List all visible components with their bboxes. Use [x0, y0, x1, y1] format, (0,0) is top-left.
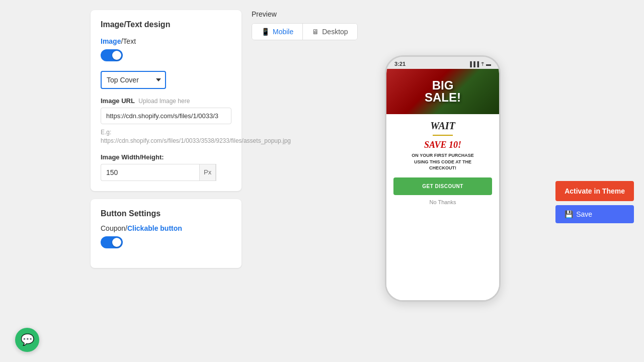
big-text-line1: BIG: [425, 79, 461, 92]
px-label: Px: [199, 164, 216, 181]
width-height-input[interactable]: [101, 164, 199, 181]
tab-desktop-label: Desktop: [322, 28, 348, 36]
phone-mockup-wrapper: 3:21 ▐▐▐ ⍑ ▬ BIG SALE!: [252, 50, 634, 302]
coupon-label: Coupon/Clickable button: [101, 224, 231, 232]
sidebar: [0, 0, 80, 362]
tab-desktop[interactable]: 🖥 Desktop: [302, 24, 357, 40]
battery-icon: ▬: [486, 61, 491, 67]
coupon-toggle[interactable]: [101, 236, 123, 248]
image-url-example: E.g: https://cdn.shopify.com/s/files/1/0…: [101, 128, 231, 145]
big-sale-text: BIG SALE!: [425, 79, 461, 104]
spinner-up[interactable]: ▲: [216, 164, 216, 172]
tab-mobile-label: Mobile: [273, 28, 293, 36]
coupon-label-plain: Coupon/: [101, 224, 127, 232]
status-icons: ▐▐▐ ⍑ ▬: [468, 61, 491, 67]
popup-body: WAIT SAVE 10! ON YOUR FIRST PURCHASE USI…: [386, 114, 499, 300]
wait-text: WAIT: [430, 120, 455, 132]
big-text-line2: SALE!: [425, 92, 461, 104]
wifi-icon: ⍑: [481, 61, 484, 67]
coupon-toggle-thumb: [112, 238, 121, 247]
gold-divider: [433, 135, 453, 136]
chat-icon: 💬: [21, 333, 34, 346]
get-discount-button[interactable]: GET DISCOUNT: [393, 177, 492, 195]
upload-hint: Upload Image here: [138, 98, 190, 105]
popup-image: BIG SALE!: [386, 69, 499, 114]
button-settings-title: Button Settings: [101, 209, 231, 218]
phone-screen: BIG SALE! WAIT SAVE 10! ON YOUR FIRST PU…: [386, 69, 499, 300]
button-settings-card: Button Settings Coupon/Clickable button: [91, 199, 242, 268]
right-buttons: Activate in Theme 💾 Save: [555, 181, 634, 223]
phone-mockup: 3:21 ▐▐▐ ⍑ ▬ BIG SALE!: [385, 55, 501, 302]
spinner-buttons: ▲ ▼: [216, 164, 216, 181]
phone-status-bar: 3:21 ▐▐▐ ⍑ ▬: [386, 57, 499, 69]
toggle-thumb: [112, 51, 121, 60]
activate-in-theme-button[interactable]: Activate in Theme: [555, 181, 634, 201]
width-height-container: Px ▲ ▼: [101, 164, 166, 181]
desktop-icon: 🖥: [312, 28, 319, 36]
image-text-toggle[interactable]: [101, 49, 123, 61]
tab-mobile[interactable]: 📱 Mobile: [252, 24, 302, 40]
image-url-input[interactable]: [101, 108, 231, 124]
toggle-container[interactable]: [101, 49, 231, 63]
preview-label: Preview: [252, 10, 634, 18]
save-label: Save: [576, 210, 592, 218]
save-icon: 💾: [565, 210, 573, 218]
mobile-icon: 📱: [261, 28, 270, 36]
image-url-label: Image URL Upload Image here: [101, 97, 231, 105]
preview-tabs: 📱 Mobile 🖥 Desktop: [252, 23, 358, 40]
card-title: Image/Text design: [101, 20, 231, 29]
signal-icon: ▐▐▐: [468, 61, 479, 67]
spinner-down[interactable]: ▼: [216, 172, 216, 180]
chat-bubble[interactable]: 💬: [15, 328, 39, 352]
save-button[interactable]: 💾 Save: [555, 205, 634, 223]
coupon-toggle-container[interactable]: [101, 236, 231, 250]
image-text-design-card: Image/Text design Image/Text Top Cover: [91, 10, 242, 191]
toggle-label: Image/Text: [101, 37, 231, 45]
width-height-label: Image Width/Height:: [101, 153, 231, 161]
position-dropdown[interactable]: Top Cover Left Right Background: [101, 71, 166, 89]
subtitle-text: ON YOUR FIRST PURCHASE USING THIS CODE A…: [412, 152, 473, 171]
coupon-label-highlight: Clickable button: [127, 224, 182, 232]
toggle-label-rest: /Text: [121, 37, 136, 45]
toggle-label-highlight: Image: [101, 37, 121, 45]
no-thanks-text[interactable]: No Thanks: [430, 199, 456, 205]
save-text: SAVE 10!: [424, 140, 461, 150]
left-panel: Image/Text design Image/Text Top Cover: [91, 10, 242, 352]
phone-time: 3:21: [394, 61, 406, 67]
